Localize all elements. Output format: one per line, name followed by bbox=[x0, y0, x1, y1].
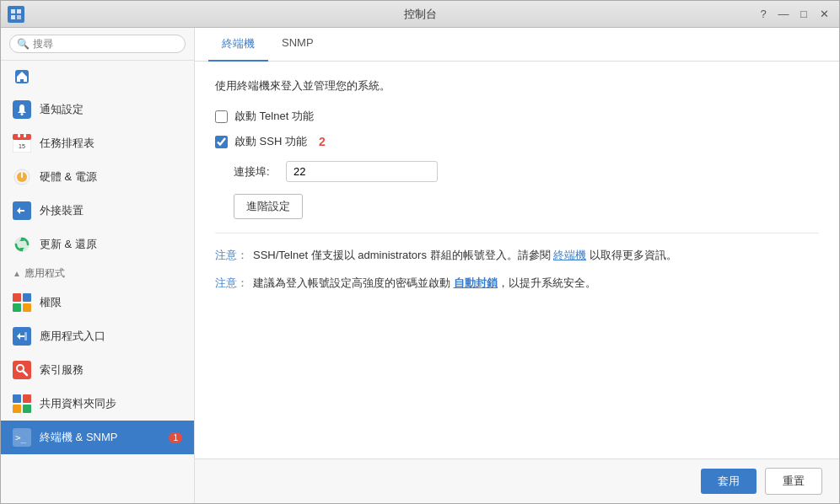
minimize-button[interactable]: — bbox=[775, 6, 792, 23]
svg-rect-0 bbox=[11, 9, 15, 13]
sidebar-item-label: 權限 bbox=[40, 295, 62, 310]
svg-rect-2 bbox=[11, 15, 15, 19]
advanced-button[interactable]: 進階設定 bbox=[234, 194, 303, 219]
main-window: 控制台 ? — □ ✕ 🔍 bbox=[0, 0, 840, 504]
note1-row: 注意： SSH/Telnet 僅支援以 administrators 群組的帳號… bbox=[215, 247, 819, 265]
svg-rect-3 bbox=[17, 15, 21, 19]
sidebar-item-label: 更新 & 還原 bbox=[40, 237, 97, 252]
ssh-label: 啟動 SSH 功能 bbox=[234, 134, 307, 149]
svg-rect-10 bbox=[18, 134, 20, 137]
bell-icon bbox=[13, 100, 31, 119]
divider bbox=[215, 233, 819, 233]
autoblock-link[interactable]: 自動封鎖 bbox=[454, 276, 498, 289]
sidebar-item-appentry[interactable]: 應用程式入口 bbox=[1, 319, 194, 353]
sidebar-item-indexservice[interactable]: 索引服務 bbox=[1, 353, 194, 387]
sidebar-item-label: 任務排程表 bbox=[40, 136, 94, 151]
svg-rect-1 bbox=[17, 9, 21, 13]
telnet-checkbox[interactable] bbox=[215, 110, 228, 123]
svg-rect-30 bbox=[23, 405, 31, 413]
sidebar-item-permissions[interactable]: 權限 bbox=[1, 286, 194, 319]
svg-rect-29 bbox=[13, 405, 21, 413]
note2-text: 建議為登入帳號設定高強度的密碼並啟動 自動封鎖，以提升系統安全。 bbox=[253, 275, 596, 292]
permissions-icon bbox=[13, 293, 31, 312]
sidebar-item-label: 通知設定 bbox=[40, 102, 83, 117]
appentry-icon bbox=[13, 327, 31, 346]
port-label: 連接埠: bbox=[234, 164, 276, 180]
telnet-row: 啟動 Telnet 功能 bbox=[215, 109, 819, 124]
close-button[interactable]: ✕ bbox=[816, 6, 832, 23]
sync-icon bbox=[13, 394, 31, 413]
content-area: 🔍 bbox=[1, 28, 839, 503]
ssh-checkbox[interactable] bbox=[215, 136, 228, 148]
section-header-app: ▲ 應用程式 bbox=[1, 261, 194, 286]
note1-text: SSH/Telnet 僅支援以 administrators 群組的帳號登入。請… bbox=[253, 247, 677, 265]
window-controls: ? — □ ✕ bbox=[755, 6, 832, 23]
sidebar-item-home[interactable] bbox=[1, 61, 194, 93]
search-wrapper: 🔍 bbox=[9, 35, 186, 53]
external-icon bbox=[13, 201, 31, 220]
window-title: 控制台 bbox=[404, 7, 437, 22]
svg-rect-5 bbox=[20, 79, 24, 82]
sidebar-item-sharedfolder[interactable]: 共用資料夾同步 bbox=[1, 387, 194, 421]
indexservice-icon bbox=[13, 361, 31, 379]
tab-snmp[interactable]: SNMP bbox=[268, 28, 327, 62]
terminal-badge: 1 bbox=[169, 432, 182, 443]
sidebar-item-notification[interactable]: 通知設定 bbox=[1, 93, 194, 126]
svg-rect-23 bbox=[24, 332, 27, 340]
sidebar-item-label: 終端機 & SNMP bbox=[40, 430, 117, 445]
search-input[interactable] bbox=[33, 38, 178, 50]
sidebar-item-scheduler[interactable]: 15 任務排程表 bbox=[1, 126, 194, 160]
calendar-icon: 15 bbox=[13, 134, 31, 153]
apply-button[interactable]: 套用 bbox=[701, 469, 757, 494]
home-icon bbox=[13, 67, 31, 86]
panel-content: 使用終端機來登入並管理您的系統。 啟動 Telnet 功能 啟動 SSH 功能 … bbox=[195, 62, 839, 458]
svg-rect-9 bbox=[13, 134, 31, 140]
sidebar-item-label: 應用程式入口 bbox=[40, 329, 105, 344]
update-icon bbox=[13, 235, 31, 254]
port-row: 連接埠: bbox=[234, 161, 819, 182]
power-icon bbox=[13, 168, 31, 186]
tab-bar: 終端機 SNMP bbox=[195, 28, 839, 62]
titlebar: 控制台 ? — □ ✕ bbox=[1, 1, 839, 28]
sidebar-item-label: 外接裝置 bbox=[40, 203, 83, 218]
note2-label: 注意： bbox=[215, 275, 248, 292]
description: 使用終端機來登入並管理您的系統。 bbox=[215, 78, 819, 94]
titlebar-left bbox=[8, 6, 24, 23]
svg-rect-20 bbox=[13, 303, 21, 312]
port-input[interactable] bbox=[286, 161, 438, 182]
svg-rect-24 bbox=[13, 361, 31, 379]
svg-point-7 bbox=[21, 113, 24, 115]
sidebar-item-hardware[interactable]: 硬體 & 電源 bbox=[1, 160, 194, 194]
sidebar-item-update[interactable]: 更新 & 還原 bbox=[1, 228, 194, 261]
svg-text:15: 15 bbox=[19, 143, 25, 149]
sidebar-item-external[interactable]: 外接裝置 bbox=[1, 194, 194, 228]
sidebar-item-label: 共用資料夾同步 bbox=[40, 396, 116, 411]
search-box: 🔍 bbox=[1, 28, 194, 61]
svg-rect-28 bbox=[23, 394, 31, 403]
section-label: 應用程式 bbox=[24, 266, 65, 281]
svg-rect-18 bbox=[13, 293, 21, 302]
svg-rect-11 bbox=[24, 134, 26, 137]
maximize-button[interactable]: □ bbox=[795, 6, 812, 23]
sidebar-item-label: 硬體 & 電源 bbox=[40, 169, 97, 185]
help-button[interactable]: ? bbox=[755, 6, 772, 23]
sidebar: 🔍 bbox=[1, 28, 195, 503]
search-icon: 🔍 bbox=[17, 38, 30, 50]
terminal-link[interactable]: 終端機 bbox=[553, 249, 586, 261]
svg-rect-21 bbox=[23, 303, 31, 312]
footer-bar: 套用 重置 bbox=[195, 458, 839, 503]
terminal-icon: >_ bbox=[13, 428, 31, 447]
reset-button[interactable]: 重置 bbox=[765, 468, 822, 495]
telnet-label: 啟動 Telnet 功能 bbox=[234, 109, 314, 124]
note1-label: 注意： bbox=[215, 247, 248, 265]
tab-terminal[interactable]: 終端機 bbox=[208, 28, 268, 62]
svg-rect-27 bbox=[13, 394, 21, 403]
svg-rect-19 bbox=[23, 293, 31, 302]
svg-text:>_: >_ bbox=[15, 432, 27, 443]
svg-rect-15 bbox=[21, 172, 23, 178]
app-icon bbox=[8, 6, 24, 23]
sidebar-item-terminal[interactable]: >_ 終端機 & SNMP 1 bbox=[1, 421, 194, 454]
ssh-badge: 2 bbox=[319, 135, 326, 148]
note2-row: 注意： 建議為登入帳號設定高強度的密碼並啟動 自動封鎖，以提升系統安全。 bbox=[215, 275, 819, 292]
main-panel: 終端機 SNMP 使用終端機來登入並管理您的系統。 啟動 Telnet 功能 啟… bbox=[195, 28, 839, 503]
